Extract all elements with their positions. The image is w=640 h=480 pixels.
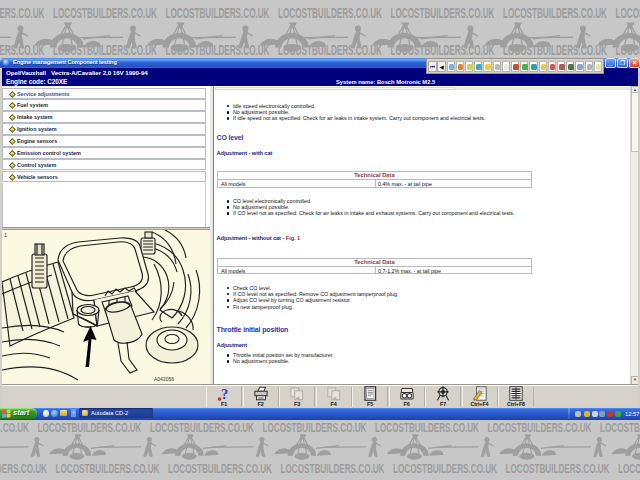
svg-text:LOCOSTBUILDERS.CO.UK: LOCOSTBUILDERS.CO.UK [263,420,367,435]
svg-text:A042056: A042056 [154,376,174,382]
svg-text:LOCOSTBUILDERS.CO.UK: LOCOSTBUILDERS.CO.UK [506,461,610,476]
svg-text:LOCOSTBUILDERS.CO.UK: LOCOSTBUILDERS.CO.UK [150,420,254,435]
svg-text:LOCOSTBUILDERS.CO.UK: LOCOSTBUILDERS.CO.UK [166,4,270,21]
svg-text:LOCOSTBUILDERS.CO.UK: LOCOSTBUILDERS.CO.UK [0,420,29,435]
svg-text:LOCOSTBUILDERS.CO.UK: LOCOSTBUILDERS.CO.UK [616,4,640,21]
svg-text:LOCOSTBUILDERS.CO.UK: LOCOSTBUILDERS.CO.UK [0,461,47,476]
svg-text:LOCOSTBUILDERS.CO.UK: LOCOSTBUILDERS.CO.UK [503,4,607,21]
svg-text:LOCOSTBUILDERS.CO.UK: LOCOSTBUILDERS.CO.UK [281,461,385,476]
svg-text:LOCOSTBUILDERS.CO.UK: LOCOSTBUILDERS.CO.UK [600,420,640,435]
svg-text:LOCOSTBUILDERS.CO.UK: LOCOSTBUILDERS.CO.UK [393,461,497,476]
svg-text:?: ? [221,385,228,401]
svg-text:LOCOSTBUILDERS.CO.UK: LOCOSTBUILDERS.CO.UK [53,4,157,21]
svg-text:LOCOSTBUILDERS.CO.UK: LOCOSTBUILDERS.CO.UK [375,420,479,435]
svg-text:LOCOSTBUILDERS.CO.UK: LOCOSTBUILDERS.CO.UK [0,4,45,21]
svg-text:1: 1 [4,232,7,238]
svg-text:LOCOSTBUILDERS.CO.UK: LOCOSTBUILDERS.CO.UK [38,420,142,435]
svg-text:LOCOSTBUILDERS.CO.UK: LOCOSTBUILDERS.CO.UK [618,461,640,476]
svg-text:LOCOSTBUILDERS.CO.UK: LOCOSTBUILDERS.CO.UK [488,420,592,435]
svg-text:LOCOSTBUILDERS.CO.UK: LOCOSTBUILDERS.CO.UK [278,4,382,21]
svg-text:LOCOSTBUILDERS.CO.UK: LOCOSTBUILDERS.CO.UK [391,4,495,21]
svg-text:LOCOSTBUILDERS.CO.UK: LOCOSTBUILDERS.CO.UK [56,461,160,476]
svg-text:LOCOSTBUILDERS.CO.UK: LOCOSTBUILDERS.CO.UK [168,461,272,476]
